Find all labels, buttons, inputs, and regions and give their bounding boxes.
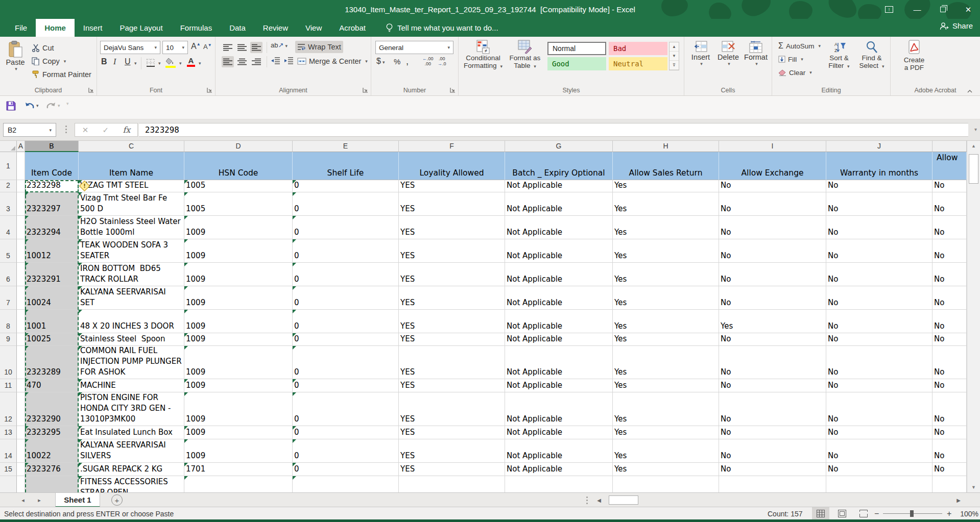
delete-arrow[interactable]: ▾ <box>728 61 730 66</box>
cell-J14[interactable]: No <box>826 439 933 463</box>
cell-E16[interactable]: 0 <box>293 476 399 492</box>
normal-view-button[interactable] <box>812 507 829 520</box>
row-header-1[interactable]: 1 <box>0 152 17 180</box>
cell-H10[interactable]: Yes <box>613 346 719 379</box>
cell-H8[interactable]: Yes <box>613 310 719 333</box>
cell-C8[interactable]: 48 X 20 INCHES 3 DOOR <box>79 310 184 333</box>
cell-A4[interactable] <box>17 216 25 239</box>
cell-J12[interactable]: No <box>826 392 933 426</box>
cell-K13[interactable]: No <box>933 426 967 439</box>
row-header-8[interactable]: 8 <box>0 310 17 333</box>
save-button[interactable] <box>6 101 16 111</box>
cell-C11[interactable]: MACHINE <box>79 379 184 392</box>
header-cell-loyality-allowed[interactable]: Loyality Allowed <box>399 152 505 180</box>
alignment-dialog-launcher[interactable] <box>363 87 369 93</box>
cell-A3[interactable] <box>17 192 25 216</box>
format-arrow[interactable]: ▾ <box>755 61 758 66</box>
tab-insert[interactable]: Insert <box>75 19 111 37</box>
close-button[interactable]: ✕ <box>957 0 980 19</box>
cell-G16[interactable]: Not Applicable <box>505 476 613 492</box>
cell-C16[interactable]: FITNESS ACCESSORIES STRAP OPEN <box>79 476 184 492</box>
cell-B9[interactable]: 10025 <box>25 333 79 346</box>
zoom-slider-thumb[interactable] <box>910 510 914 517</box>
currency-format-button[interactable]: $▾ <box>376 57 385 66</box>
cell-G3[interactable]: Not Applicable <box>505 192 613 216</box>
style-chip-neutral[interactable]: Neutral <box>609 57 667 70</box>
tab-acrobat[interactable]: Acrobat <box>330 19 374 37</box>
cell-A5[interactable] <box>17 239 25 263</box>
copy-dropdown-arrow[interactable]: ▾ <box>64 59 66 64</box>
cell-E11[interactable]: 0 <box>293 379 399 392</box>
cell-D3[interactable]: 1005 <box>184 192 293 216</box>
col-header-B[interactable]: B <box>25 141 79 152</box>
merge-center-button[interactable]: Merge & Center ▾ <box>295 55 370 67</box>
minimize-button[interactable]: — <box>905 0 929 19</box>
copy-button[interactable]: Copy ▾ <box>30 55 68 67</box>
clipboard-dialog-launcher[interactable] <box>88 87 94 93</box>
tab-page-layout[interactable]: Page Layout <box>111 19 171 37</box>
row-header-13[interactable]: 13 <box>0 426 17 439</box>
cell-J3[interactable]: No <box>826 192 933 216</box>
cell-K15[interactable]: No <box>933 463 967 476</box>
cell-B12[interactable]: 2323290 <box>25 392 79 426</box>
find-select-button[interactable]: Find & Select ▾ <box>857 41 887 69</box>
collapse-ribbon-button[interactable] <box>967 89 973 93</box>
comma-format-button[interactable]: , <box>406 56 409 67</box>
cell-E9[interactable]: 0 <box>293 333 399 346</box>
align-left-button[interactable] <box>222 56 234 67</box>
cell-B16[interactable] <box>25 476 79 492</box>
cell-C9[interactable]: Stainless Steel Spoon <box>79 333 184 346</box>
font-name-select[interactable]: DejaVu Sans ▾ <box>100 41 160 54</box>
align-center-button[interactable] <box>236 56 248 67</box>
row-header-6[interactable]: 6 <box>0 263 17 286</box>
cell-G8[interactable]: Not Applicable <box>505 310 613 333</box>
row-header-14[interactable]: 14 <box>0 439 17 463</box>
cell-B6[interactable]: 2323291 <box>25 263 79 286</box>
cell-K3[interactable]: No <box>933 192 967 216</box>
header-cell-allow-sales-return[interactable]: Allow Sales Return <box>613 152 719 180</box>
cell-C10[interactable]: COMMON RAIL FUEL INJECTION PUMP PLUNGER … <box>79 346 184 379</box>
cell-K8[interactable]: No <box>933 310 967 333</box>
cell-I16[interactable]: No <box>719 476 826 492</box>
cell-A10[interactable] <box>17 346 25 379</box>
tab-review[interactable]: Review <box>254 19 297 37</box>
cell-J9[interactable]: No <box>826 333 933 346</box>
cell-G4[interactable]: Not Applicable <box>505 216 613 239</box>
cell-H9[interactable]: Yes <box>613 333 719 346</box>
cell-C13[interactable]: Eat Insulated Lunch Box <box>79 426 184 439</box>
cell-H2[interactable]: Yes <box>613 180 719 192</box>
cell-A13[interactable] <box>17 426 25 439</box>
cell-F10[interactable]: YES <box>399 346 505 379</box>
cell-I4[interactable]: No <box>719 216 826 239</box>
cell-K12[interactable]: No <box>933 392 967 426</box>
cell-D11[interactable]: 1009 <box>184 379 293 392</box>
cell-B5[interactable]: 10012 <box>25 239 79 263</box>
style-chip-bad[interactable]: Bad <box>609 42 667 55</box>
cell-E2[interactable]: 0 <box>293 180 399 192</box>
cell-D7[interactable]: 1009 <box>184 286 293 310</box>
cell-I9[interactable]: No <box>719 333 826 346</box>
cell-H4[interactable]: Yes <box>613 216 719 239</box>
cell-F14[interactable]: YES <box>399 439 505 463</box>
cell-B7[interactable]: 10024 <box>25 286 79 310</box>
cell-B4[interactable]: 2323294 <box>25 216 79 239</box>
cell-B14[interactable]: 10022 <box>25 439 79 463</box>
cell-I10[interactable]: No <box>719 346 826 379</box>
cell-D2[interactable]: 1005 <box>184 180 293 192</box>
cell-D6[interactable]: 1009 <box>184 263 293 286</box>
cell-I11[interactable]: No <box>719 379 826 392</box>
zoom-out-button[interactable]: − <box>874 507 879 520</box>
paste-dropdown-arrow[interactable]: ▾ <box>15 66 17 71</box>
middle-align-button[interactable] <box>236 42 248 53</box>
cell-E13[interactable]: 0 <box>293 426 399 439</box>
cell-A11[interactable] <box>17 379 25 392</box>
cell-K11[interactable]: No <box>933 379 967 392</box>
cell-F13[interactable]: YES <box>399 426 505 439</box>
sheet-nav-right-icon[interactable]: ▸ <box>32 493 47 507</box>
cell-G13[interactable]: Not Applicable <box>505 426 613 439</box>
cell-C12[interactable]: PISTON ENGINE FOR HONDA CITY 3RD GEN - 1… <box>79 392 184 426</box>
cell-C14[interactable]: KALYANA SEERVARISAI SILVERS <box>79 439 184 463</box>
cell-F15[interactable]: YES <box>399 463 505 476</box>
cell-E3[interactable]: 0 <box>293 192 399 216</box>
wrap-text-button[interactable]: Wrap Text <box>295 41 343 53</box>
